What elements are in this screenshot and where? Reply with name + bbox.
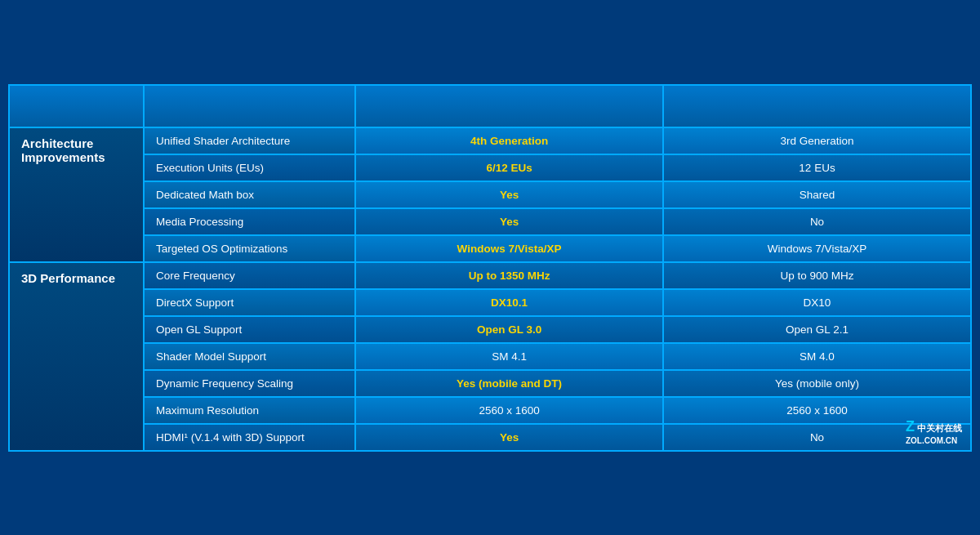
- table-row: Shader Model SupportSM 4.1SM 4.0: [9, 343, 971, 370]
- category-cell-arch: Architecture Improvements: [9, 127, 144, 262]
- header-gen2: [355, 85, 663, 127]
- table-row: Targeted OS OptimizationsWindows 7/Vista…: [9, 235, 971, 262]
- gen2-value-cell: Up to 1350 MHz: [355, 262, 663, 289]
- gen2010-value-cell: SM 4.0: [663, 343, 971, 370]
- gen2010-value-cell: 12 EUs: [663, 154, 971, 181]
- gen2010-value-cell: Up to 900 MHz: [663, 262, 971, 289]
- header-features: [144, 85, 355, 127]
- gen2-value-cell: Yes: [355, 424, 663, 451]
- feature-cell: Open GL Support: [144, 316, 355, 343]
- table-row: Open GL SupportOpen GL 3.0Open GL 2.1: [9, 316, 971, 343]
- comparison-table-wrapper: Architecture ImprovementsUnified Shader …: [8, 84, 972, 452]
- gen2-value-cell: 6/12 EUs: [355, 154, 663, 181]
- table-row: 3D PerformanceCore FrequencyUp to 1350 M…: [9, 262, 971, 289]
- category-cell-perf: 3D Performance: [9, 262, 144, 451]
- feature-cell: HDMI¹ (V.1.4 with 3D) Support: [144, 424, 355, 451]
- feature-cell: DirectX Support: [144, 289, 355, 316]
- gen2-value-cell: Open GL 3.0: [355, 316, 663, 343]
- gen2-value-cell: 2560 x 1600: [355, 397, 663, 424]
- table-row: Architecture ImprovementsUnified Shader …: [9, 127, 971, 154]
- gen2010-value-cell: Shared: [663, 181, 971, 208]
- feature-cell: Shader Model Support: [144, 343, 355, 370]
- gen2010-value-cell: Windows 7/Vista/XP: [663, 235, 971, 262]
- feature-cell: Targeted OS Optimizations: [144, 235, 355, 262]
- feature-cell: Unified Shader Architecture: [144, 127, 355, 154]
- feature-cell: Dedicated Math box: [144, 181, 355, 208]
- gen2-value-cell: 4th Generation: [355, 127, 663, 154]
- gen2010-value-cell: No: [663, 208, 971, 235]
- gen2010-value-cell: Open GL 2.1: [663, 316, 971, 343]
- gen2010-value-cell: 3rd Generation: [663, 127, 971, 154]
- header-category: [9, 85, 144, 127]
- gen2-value-cell: SM 4.1: [355, 343, 663, 370]
- gen2010-value-cell: Yes (mobile only): [663, 370, 971, 397]
- header-gen2010: [663, 85, 971, 127]
- gen2-value-cell: DX10.1: [355, 289, 663, 316]
- table-row: HDMI¹ (V.1.4 with 3D) SupportYesNo: [9, 424, 971, 451]
- table-row: DirectX SupportDX10.1DX10: [9, 289, 971, 316]
- feature-cell: Core Frequency: [144, 262, 355, 289]
- feature-cell: Media Processing: [144, 208, 355, 235]
- watermark: Z 中关村在线 ZOL.COM.CN: [906, 418, 962, 445]
- table-row: Maximum Resolution2560 x 16002560 x 1600: [9, 397, 971, 424]
- comparison-table: Architecture ImprovementsUnified Shader …: [8, 84, 972, 452]
- table-body: Architecture ImprovementsUnified Shader …: [9, 127, 971, 451]
- gen2010-value-cell: DX10: [663, 289, 971, 316]
- feature-cell: Dynamic Frequency Scaling: [144, 370, 355, 397]
- feature-cell: Execution Units (EUs): [144, 154, 355, 181]
- table-row: Execution Units (EUs)6/12 EUs12 EUs: [9, 154, 971, 181]
- feature-cell: Maximum Resolution: [144, 397, 355, 424]
- gen2-value-cell: Yes: [355, 181, 663, 208]
- gen2-value-cell: Yes: [355, 208, 663, 235]
- gen2-value-cell: Windows 7/Vista/XP: [355, 235, 663, 262]
- table-header: [9, 85, 971, 127]
- table-row: Dynamic Frequency ScalingYes (mobile and…: [9, 370, 971, 397]
- table-row: Media ProcessingYesNo: [9, 208, 971, 235]
- table-row: Dedicated Math boxYesShared: [9, 181, 971, 208]
- gen2-value-cell: Yes (mobile and DT): [355, 370, 663, 397]
